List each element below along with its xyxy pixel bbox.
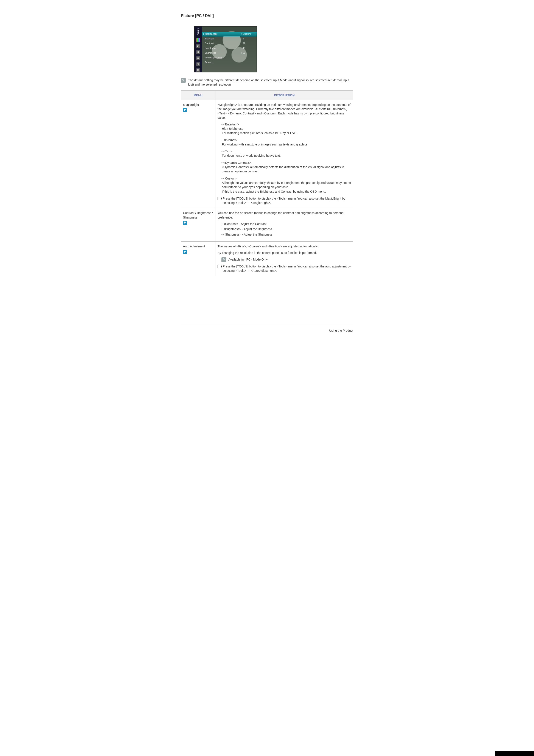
osd-row: MagicBright: Custom bbox=[202, 32, 257, 37]
desc-line: The values of <Fine>, <Coarse> and <Posi… bbox=[217, 244, 351, 249]
note-text: The default setting may be different dep… bbox=[188, 78, 353, 87]
sound-icon: ◐ bbox=[196, 44, 200, 48]
page-title: Picture [PC / DVI ] bbox=[181, 13, 353, 18]
list-item: <Sharpness> - Adjust the Sharpness. bbox=[221, 232, 351, 237]
osd-row-value: : 45 bbox=[242, 46, 254, 50]
osd-row-value: : Custom bbox=[242, 32, 254, 36]
top-note: ✎ The default setting may be different d… bbox=[181, 78, 353, 87]
tools-text: Press the [TOOLS] button to display the … bbox=[223, 196, 351, 205]
mode-text: High Brightness bbox=[222, 126, 351, 131]
mode-label: <Internet> bbox=[221, 138, 351, 142]
osd-row-label: Backlight bbox=[205, 37, 215, 40]
desc-line: By changing the resolution in the contro… bbox=[217, 251, 351, 255]
osd-row-label: MagicBright bbox=[205, 32, 217, 36]
menu-name: MagicBright bbox=[183, 103, 213, 107]
picture-icon bbox=[196, 38, 200, 42]
mode-text: For working with a mixture of images suc… bbox=[222, 142, 351, 147]
note-icon: ✎ bbox=[221, 257, 226, 262]
list-item: <Contrast> - Adjust the Contrast. bbox=[221, 222, 351, 226]
osd-row: Backlight: 5 bbox=[202, 37, 257, 41]
table-row: Auto Adjustment P The values of <Fine>, … bbox=[181, 241, 353, 276]
menu-table: MENU DESCRIPTION MagicBright P <MagicBri… bbox=[181, 91, 353, 276]
mode-text: Although the values are carefully chosen… bbox=[222, 180, 351, 189]
desc-intro: <MagicBright> is a feature providing an … bbox=[217, 103, 351, 120]
table-row: Contrast / Brightness / Sharpness P You … bbox=[181, 208, 353, 241]
mode-text: If this is the case, adjust the Brightne… bbox=[222, 189, 351, 194]
osd-row-value: : 5 bbox=[242, 37, 254, 40]
input-icon: ↯ bbox=[196, 62, 200, 66]
desc-intro: You can use the on-screen menus to chang… bbox=[217, 211, 351, 220]
menu-name: Contrast / Brightness / Sharpness bbox=[183, 211, 213, 220]
setup-icon: ✿ bbox=[196, 56, 200, 60]
osd-screenshot: Picture ◐ ◑ ✿ ↯ ▦ MagicBright: CustomBac… bbox=[194, 26, 353, 72]
osd-row-label: Sharpness bbox=[205, 51, 216, 55]
osd-row: Screen bbox=[202, 60, 257, 65]
th-desc: DESCRIPTION bbox=[216, 91, 353, 100]
menu-name: Auto Adjustment bbox=[183, 244, 213, 249]
mode-label: <Text> bbox=[221, 149, 351, 153]
app-icon: ▦ bbox=[196, 68, 200, 72]
mode-text: For documents or work involving heavy te… bbox=[222, 153, 351, 158]
osd-sidebar: Picture ◐ ◑ ✿ ↯ ▦ bbox=[194, 27, 202, 72]
osd-row-value: : 99 bbox=[242, 42, 254, 45]
mode-text: For watching motion pictures such as a B… bbox=[222, 131, 351, 135]
osd-row: Brightness: 45 bbox=[202, 46, 257, 51]
osd-row: Contrast: 99 bbox=[202, 41, 257, 46]
mode-label: <Entertain> bbox=[221, 122, 351, 126]
list-item: <Brightness> - Adjust the Brightness. bbox=[221, 227, 351, 231]
osd-row-value: : 50 bbox=[242, 51, 254, 55]
footer-text: Using the Product bbox=[181, 326, 353, 333]
osd-side-label: Picture bbox=[197, 28, 199, 35]
osd-list: MagicBright: CustomBacklight: 5Contrast:… bbox=[202, 27, 257, 72]
mode-label: <Dynamic Contrast> bbox=[221, 161, 351, 165]
table-row: MagicBright P <MagicBright> is a feature… bbox=[181, 100, 353, 208]
mode-text: <Dynamic Contrast> automatically detects… bbox=[222, 165, 351, 174]
note-text: Available in <PC> Mode Only bbox=[228, 257, 268, 262]
osd-row-label: Auto Adjustment bbox=[205, 56, 222, 60]
p-badge: P bbox=[183, 221, 187, 225]
mode-label: <Custom> bbox=[221, 176, 351, 180]
p-badge: P bbox=[183, 108, 187, 112]
osd-row-label: Screen bbox=[205, 61, 213, 64]
channel-icon: ◑ bbox=[196, 50, 200, 54]
tools-text: Press the [TOOLS] button to display the … bbox=[223, 264, 351, 273]
tools-icon bbox=[217, 197, 221, 200]
osd-row-label: Brightness bbox=[205, 46, 216, 50]
p-badge: P bbox=[183, 250, 187, 254]
note-icon: ✎ bbox=[181, 78, 186, 83]
osd-row: Sharpness: 50 bbox=[202, 51, 257, 55]
osd-row: Auto Adjustment bbox=[202, 55, 257, 60]
tools-icon bbox=[217, 265, 221, 268]
osd-row-label: Contrast bbox=[205, 42, 214, 45]
th-menu: MENU bbox=[181, 91, 216, 100]
